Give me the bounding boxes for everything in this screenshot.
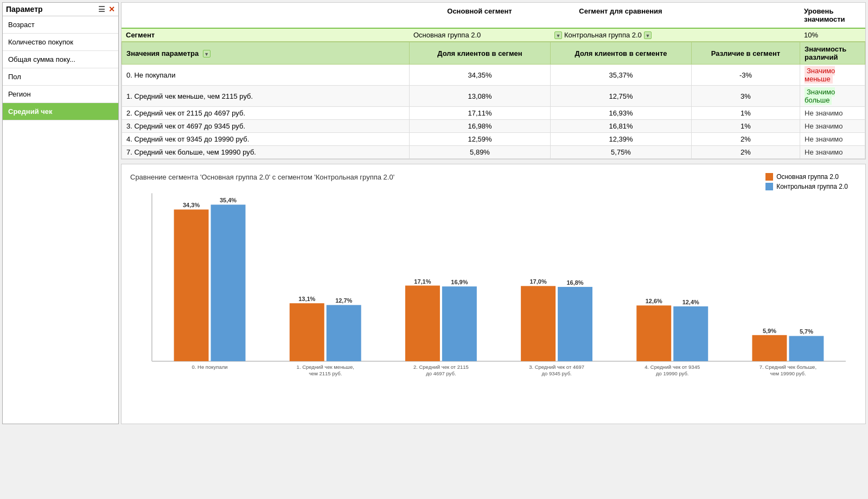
table-row: 2. Средний чек от 2115 до 4697 руб. 17,1…: [122, 107, 865, 120]
row-v1: 12,59%: [410, 133, 551, 146]
th-significance: Уровень значимости: [800, 5, 865, 25]
row-label: 2. Средний чек от 2115 до 4697 руб.: [122, 107, 410, 120]
row-diff: 1%: [692, 120, 800, 133]
row-label: 0. Не покупали: [122, 65, 410, 86]
table-row: 3. Средний чек от 4697 до 9345 руб. 16,9…: [122, 120, 865, 133]
svg-text:13,1%: 13,1%: [298, 296, 315, 302]
bar-orange-3: [521, 286, 556, 361]
th-empty2: [691, 5, 800, 25]
row-sig: Значимо меньше: [800, 65, 865, 86]
seg2-filter-icon[interactable]: ▼: [554, 31, 562, 39]
svg-text:0. Не покупали: 0. Не покупали: [192, 364, 228, 370]
svg-text:5,7%: 5,7%: [800, 328, 813, 335]
sidebar-item[interactable]: Общая сумма поку...: [3, 51, 118, 68]
row-label: 3. Средний чек от 4697 до 9345 руб.: [122, 120, 410, 133]
svg-text:4. Средний чек от 9345: 4. Средний чек от 9345: [644, 364, 700, 370]
table-header-row: Значения параметра ▼ Доля клиентов в сег…: [122, 42, 865, 65]
bar-orange-5: [752, 335, 787, 361]
row-sig: Не значимо: [800, 146, 865, 159]
sig-value: 10%: [800, 29, 865, 41]
svg-text:3. Средний чек от 4697: 3. Средний чек от 4697: [529, 364, 584, 370]
chart-section: Сравнение сегмента 'Основная группа 2.0'…: [121, 164, 866, 424]
svg-text:12,4%: 12,4%: [682, 299, 699, 305]
svg-text:17,1%: 17,1%: [414, 278, 431, 285]
row-sig: Не значимо: [800, 107, 865, 120]
close-filter-icon[interactable]: ✕: [108, 5, 115, 14]
th-col5: Значимость различий: [800, 42, 865, 65]
svg-text:16,9%: 16,9%: [451, 279, 468, 285]
svg-text:35,4%: 35,4%: [220, 197, 237, 203]
svg-text:до 9345 руб.: до 9345 руб.: [541, 370, 571, 376]
bar-blue-1: [327, 305, 361, 361]
table-body: 0. Не покупали 34,35% 35,37% -3% Значимо…: [122, 65, 865, 159]
bar-blue-2: [442, 286, 477, 361]
chart-title: Сравнение сегмента 'Основная группа 2.0'…: [130, 173, 857, 181]
row-diff: 1%: [692, 107, 800, 120]
row-label: 1. Средний чек меньше, чем 2115 руб.: [122, 86, 410, 107]
row-v2: 16,81%: [551, 120, 692, 133]
seg1-value: Основная группа 2.0: [413, 31, 481, 39]
seg2-cell: ▼ Контрольная группа 2.0 ▼: [550, 29, 691, 41]
row-sig: Не значимо: [800, 120, 865, 133]
sidebar-item[interactable]: Средний чек: [3, 103, 118, 120]
bar-orange-1: [290, 303, 324, 361]
seg2-filter2-icon[interactable]: ▼: [644, 31, 652, 39]
svg-text:до 4697 руб.: до 4697 руб.: [426, 370, 456, 376]
sidebar-item[interactable]: Возраст: [3, 16, 118, 34]
seg-diff-empty: [691, 33, 800, 37]
row-v2: 5,75%: [551, 146, 692, 159]
row-diff: 2%: [692, 146, 800, 159]
svg-text:17,0%: 17,0%: [530, 278, 547, 285]
col1-filter-icon[interactable]: ▼: [203, 50, 210, 57]
row-sig: Значимо больше: [800, 86, 865, 107]
bar-orange-0: [174, 209, 209, 361]
legend-label-1: Основная группа 2.0: [776, 173, 839, 181]
svg-text:чем 19990 руб.: чем 19990 руб.: [770, 370, 806, 376]
table-row: 1. Средний чек меньше, чем 2115 руб. 13,…: [122, 86, 865, 107]
filter-list-icon[interactable]: ☰: [98, 5, 105, 14]
sidebar-items-container: ВозрастКоличество покупокОбщая сумма пок…: [3, 16, 118, 120]
bar-orange-4: [636, 305, 671, 361]
row-v1: 17,11%: [410, 107, 551, 120]
row-v2: 16,93%: [551, 107, 692, 120]
bar-orange-2: [405, 286, 440, 361]
bar-chart: 34,3%35,4%0. Не покупали13,1%12,7%1. Сре…: [130, 188, 857, 394]
row-v2: 12,39%: [551, 133, 692, 146]
svg-text:7. Средний чек больше,: 7. Средний чек больше,: [760, 364, 816, 370]
th-col4: Различие в сегмент: [692, 42, 800, 65]
sidebar-item[interactable]: Пол: [3, 68, 118, 86]
chart-wrapper: 34,3%35,4%0. Не покупали13,1%12,7%1. Сре…: [130, 188, 857, 405]
row-label: 4. Средний чек от 9345 до 19990 руб.: [122, 133, 410, 146]
data-table: Значения параметра ▼ Доля клиентов в сег…: [122, 42, 865, 159]
sidebar-item[interactable]: Регион: [3, 86, 118, 103]
table-row: 0. Не покупали 34,35% 35,37% -3% Значимо…: [122, 65, 865, 86]
th-col1: Значения параметра ▼: [122, 42, 410, 65]
chart-header: Сравнение сегмента 'Основная группа 2.0'…: [130, 173, 857, 181]
sidebar-item[interactable]: Количество покупок: [3, 34, 118, 51]
sidebar-header: Параметр ☰ ✕: [3, 3, 118, 16]
row-v1: 16,98%: [410, 120, 551, 133]
row-v1: 5,89%: [410, 146, 551, 159]
svg-text:12,7%: 12,7%: [335, 297, 352, 304]
seg2-value: Контрольная группа 2.0: [564, 31, 642, 39]
segment-row: Сегмент Основная группа 2.0 ▼ Контрольна…: [122, 29, 865, 42]
row-diff: -3%: [692, 65, 800, 86]
svg-text:чем 2115 руб.: чем 2115 руб.: [309, 370, 342, 376]
svg-text:до 19990 руб.: до 19990 руб.: [656, 370, 689, 376]
bar-blue-5: [789, 336, 824, 361]
row-v1: 34,35%: [410, 65, 551, 86]
th-col3: Доля клиентов в сегменте: [551, 42, 692, 65]
th-compare-segment: Сегмент для сравнения: [550, 5, 691, 25]
row-diff: 3%: [692, 86, 800, 107]
content-area: Основной сегмент Сегмент для сравнения У…: [121, 2, 866, 424]
row-label: 7. Средний чек больше, чем 19990 руб.: [122, 146, 410, 159]
sidebar-header-icons: ☰ ✕: [98, 5, 115, 14]
row-sig: Не значимо: [800, 133, 865, 146]
legend-color-orange: [765, 173, 773, 181]
row-diff: 2%: [692, 133, 800, 146]
col-headers: Основной сегмент Сегмент для сравнения У…: [122, 3, 865, 29]
sidebar: Параметр ☰ ✕ ВозрастКоличество покупокОб…: [2, 2, 119, 424]
row-v2: 35,37%: [551, 65, 692, 86]
svg-text:12,6%: 12,6%: [646, 298, 662, 304]
svg-text:2. Средний чек от 2115: 2. Средний чек от 2115: [413, 364, 469, 370]
